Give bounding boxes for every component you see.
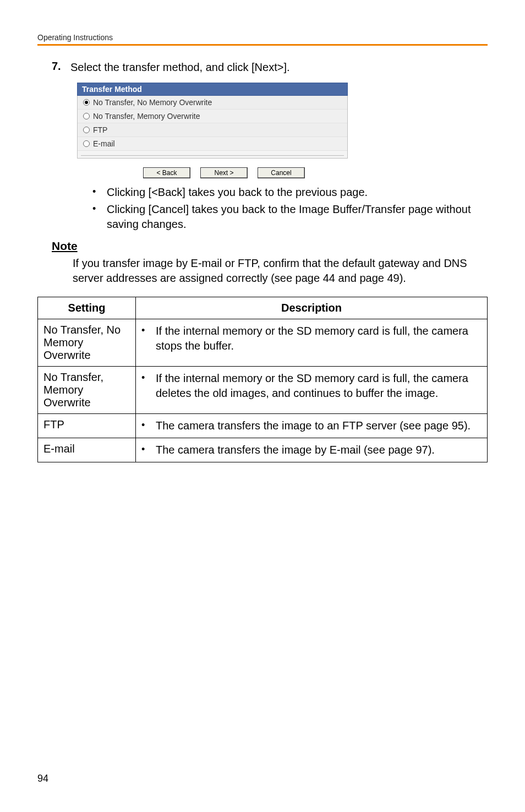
bullet-icon: • — [141, 418, 156, 432]
table-row: FTP • The camera transfers the image to … — [38, 414, 488, 438]
radio-icon — [83, 113, 90, 119]
table-row: No Transfer, Memory Overwrite • If the i… — [38, 367, 488, 414]
radio-icon — [83, 99, 90, 106]
page-number: 94 — [37, 773, 48, 784]
note-body: If you transfer image by E-mail or FTP, … — [73, 256, 488, 286]
cell-description: • If the internal memory or the SD memor… — [136, 367, 488, 414]
bullet-item: • Clicking [<Back] takes you back to the… — [92, 185, 488, 200]
notes-bullets: • Clicking [<Back] takes you back to the… — [92, 185, 488, 232]
cancel-button[interactable]: Cancel — [258, 167, 305, 178]
bullet-text: Clicking [<Back] takes you back to the p… — [107, 185, 368, 200]
settings-table: Setting Description No Transfer, No Memo… — [37, 297, 488, 462]
back-button[interactable]: < Back — [143, 167, 190, 178]
description-text: The camera transfers the image by E-mail… — [156, 443, 435, 457]
note-heading: Note — [52, 239, 488, 253]
option-email[interactable]: E-mail — [78, 137, 347, 151]
description-text: If the internal memory or the SD memory … — [156, 324, 482, 353]
bullet-text: Clicking [Cancel] takes you back to the … — [107, 202, 488, 232]
step-text: Select the transfer method, and click [N… — [70, 60, 290, 75]
option-label: No Transfer, No Memory Overwrite — [93, 98, 212, 107]
header-description: Description — [136, 297, 488, 319]
radio-icon — [83, 140, 90, 147]
option-no-transfer-overwrite[interactable]: No Transfer, Memory Overwrite — [78, 110, 347, 123]
cell-setting: FTP — [38, 414, 136, 438]
transfer-method-dialog: Transfer Method No Transfer, No Memory O… — [77, 83, 488, 159]
dialog-button-row: < Back Next > Cancel — [77, 166, 371, 181]
description-text: The camera transfers the image to an FTP… — [156, 418, 471, 433]
option-ftp[interactable]: FTP — [78, 123, 347, 137]
option-label: No Transfer, Memory Overwrite — [93, 112, 200, 121]
dialog-title: Transfer Method — [77, 83, 348, 96]
bullet-icon: • — [92, 202, 107, 215]
option-label: E-mail — [93, 139, 115, 148]
step-number: 7. — [52, 60, 70, 73]
bullet-icon: • — [141, 371, 156, 384]
header-rule — [37, 44, 488, 46]
table-row: No Transfer, No Memory Overwrite • If th… — [38, 319, 488, 367]
header-setting: Setting — [38, 297, 136, 319]
table-header-row: Setting Description — [38, 297, 488, 319]
cell-description: • If the internal memory or the SD memor… — [136, 319, 488, 367]
option-label: FTP — [93, 126, 107, 134]
header-text: Operating Instructions — [37, 33, 488, 42]
step-row: 7. Select the transfer method, and click… — [52, 60, 488, 75]
table-row: E-mail • The camera transfers the image … — [38, 438, 488, 462]
radio-icon — [83, 127, 90, 133]
bullet-item: • Clicking [Cancel] takes you back to th… — [92, 202, 488, 232]
bullet-icon: • — [92, 185, 107, 198]
next-button[interactable]: Next > — [200, 167, 248, 178]
cell-description: • The camera transfers the image to an F… — [136, 414, 488, 438]
cell-setting: E-mail — [38, 438, 136, 462]
option-no-transfer-no-overwrite[interactable]: No Transfer, No Memory Overwrite — [78, 96, 347, 110]
cell-description: • The camera transfers the image by E-ma… — [136, 438, 488, 462]
bullet-icon: • — [141, 443, 156, 456]
cell-setting: No Transfer, No Memory Overwrite — [38, 319, 136, 367]
dialog-body: No Transfer, No Memory Overwrite No Tran… — [77, 96, 348, 159]
bullet-icon: • — [141, 324, 156, 337]
description-text: If the internal memory or the SD memory … — [156, 371, 482, 401]
dialog-separator — [81, 155, 344, 156]
cell-setting: No Transfer, Memory Overwrite — [38, 367, 136, 414]
